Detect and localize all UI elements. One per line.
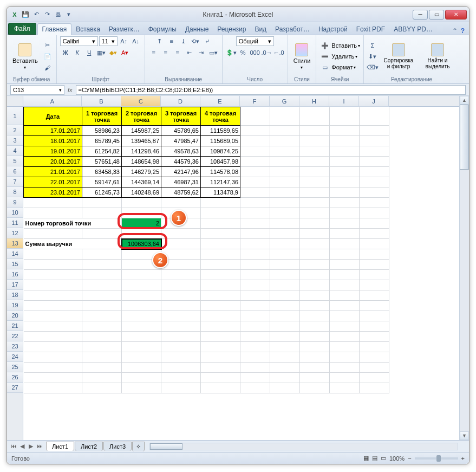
col-header-E[interactable]: E bbox=[200, 96, 240, 107]
cell[interactable] bbox=[360, 126, 389, 136]
cell[interactable]: 57651,48 bbox=[82, 157, 122, 167]
row-header[interactable]: 2 bbox=[7, 125, 23, 135]
cell[interactable] bbox=[122, 290, 161, 301]
orientation-icon[interactable]: ⟲▾ bbox=[190, 36, 201, 46]
cell[interactable] bbox=[82, 373, 122, 383]
cell[interactable] bbox=[201, 301, 240, 311]
cell[interactable] bbox=[300, 126, 330, 136]
cell[interactable] bbox=[360, 208, 389, 218]
cell[interactable] bbox=[300, 249, 330, 260]
cell[interactable]: 148654,98 bbox=[122, 157, 161, 167]
cell[interactable] bbox=[330, 363, 360, 373]
cell[interactable] bbox=[270, 146, 300, 157]
cell[interactable] bbox=[161, 383, 201, 393]
row-header[interactable]: 14 bbox=[7, 249, 23, 259]
row-header[interactable]: 15 bbox=[7, 259, 23, 269]
row-header[interactable]: 8 bbox=[7, 187, 23, 197]
cell[interactable] bbox=[82, 208, 122, 218]
minimize-button[interactable]: ─ bbox=[413, 10, 428, 20]
cell[interactable] bbox=[240, 229, 270, 239]
format-painter-icon[interactable]: 🖌 bbox=[42, 63, 53, 73]
cell[interactable] bbox=[360, 157, 389, 167]
cell[interactable] bbox=[360, 270, 389, 280]
merge-icon[interactable]: ▭▾ bbox=[208, 48, 219, 57]
cell[interactable] bbox=[122, 352, 161, 363]
cell[interactable] bbox=[360, 239, 389, 249]
row-header[interactable]: 26 bbox=[7, 372, 23, 383]
cell[interactable] bbox=[270, 352, 300, 363]
tab-view[interactable]: Вид bbox=[250, 24, 271, 35]
sheet-tab-2[interactable]: Лист2 bbox=[75, 442, 103, 451]
horizontal-scrollbar[interactable] bbox=[149, 443, 458, 450]
cell[interactable] bbox=[300, 157, 330, 167]
fill-color-icon[interactable]: ◆▾ bbox=[108, 48, 119, 57]
cell[interactable] bbox=[300, 260, 330, 270]
cell[interactable] bbox=[201, 249, 240, 260]
cell[interactable] bbox=[360, 280, 389, 290]
fill-icon[interactable]: ⬇▾ bbox=[367, 51, 378, 61]
cell[interactable] bbox=[24, 270, 82, 280]
cell[interactable]: 145987,25 bbox=[122, 126, 161, 136]
cell[interactable] bbox=[360, 383, 389, 393]
cell[interactable] bbox=[240, 363, 270, 373]
font-color-icon[interactable]: A▾ bbox=[120, 48, 131, 57]
cell[interactable] bbox=[201, 352, 240, 363]
cell[interactable]: 61245,73 bbox=[82, 187, 122, 198]
number-format-combo[interactable]: Общий▾ bbox=[236, 36, 274, 46]
cell[interactable] bbox=[270, 363, 300, 373]
tab-nav-first-icon[interactable]: ⏮ bbox=[9, 443, 18, 450]
cell[interactable] bbox=[330, 126, 360, 136]
cell[interactable] bbox=[161, 198, 201, 208]
cell[interactable]: 63458,33 bbox=[82, 167, 122, 177]
cell[interactable] bbox=[270, 136, 300, 146]
cell[interactable] bbox=[201, 363, 240, 373]
col-header-A[interactable]: A bbox=[23, 96, 82, 107]
cell[interactable] bbox=[270, 260, 300, 270]
view-normal-icon[interactable]: ▦ bbox=[363, 455, 369, 462]
cell[interactable] bbox=[330, 157, 360, 167]
cell[interactable] bbox=[201, 373, 240, 383]
cell[interactable] bbox=[24, 280, 82, 290]
cell[interactable] bbox=[82, 332, 122, 342]
cell[interactable] bbox=[240, 218, 270, 229]
cell[interactable] bbox=[122, 363, 161, 373]
cell[interactable] bbox=[240, 208, 270, 218]
decrease-font-icon[interactable]: A↓ bbox=[131, 36, 141, 46]
cell[interactable] bbox=[201, 321, 240, 332]
cell[interactable] bbox=[360, 290, 389, 301]
qat-dropdown-icon[interactable]: ▾ bbox=[64, 10, 73, 19]
cell[interactable] bbox=[360, 229, 389, 239]
cell[interactable]: 22.01.2017 bbox=[24, 177, 82, 187]
help-icon[interactable]: ? bbox=[461, 27, 465, 35]
row-header[interactable]: 23 bbox=[7, 341, 23, 352]
cell[interactable]: 20.01.2017 bbox=[24, 157, 82, 167]
cell[interactable]: 45789,65 bbox=[161, 126, 201, 136]
zoom-in-button[interactable]: + bbox=[461, 455, 465, 462]
cell[interactable] bbox=[270, 107, 300, 126]
cut-icon[interactable]: ✂ bbox=[42, 40, 53, 50]
row-header[interactable]: 13 bbox=[7, 238, 23, 249]
cell[interactable]: 21.01.2017 bbox=[24, 167, 82, 177]
cell[interactable]: 17.01.2017 bbox=[24, 126, 82, 136]
cell[interactable] bbox=[240, 373, 270, 383]
font-size-combo[interactable]: 11▾ bbox=[99, 36, 118, 46]
cell[interactable] bbox=[330, 187, 360, 198]
cell[interactable] bbox=[24, 229, 82, 239]
cell[interactable] bbox=[161, 270, 201, 280]
tab-insert[interactable]: Вставка bbox=[71, 24, 105, 35]
cell[interactable] bbox=[122, 383, 161, 393]
cell[interactable] bbox=[24, 311, 82, 321]
row-header[interactable]: 22 bbox=[7, 331, 23, 341]
cell[interactable] bbox=[82, 280, 122, 290]
cell[interactable] bbox=[161, 321, 201, 332]
cell[interactable] bbox=[360, 363, 389, 373]
cell-C13[interactable]: 1006303,64 bbox=[122, 239, 161, 249]
cell[interactable] bbox=[82, 260, 122, 270]
percent-icon[interactable]: % bbox=[238, 48, 249, 57]
cell[interactable] bbox=[161, 301, 201, 311]
cell[interactable] bbox=[360, 136, 389, 146]
cell[interactable] bbox=[270, 383, 300, 393]
cell[interactable] bbox=[330, 208, 360, 218]
cell[interactable] bbox=[330, 249, 360, 260]
cell[interactable] bbox=[24, 342, 82, 352]
